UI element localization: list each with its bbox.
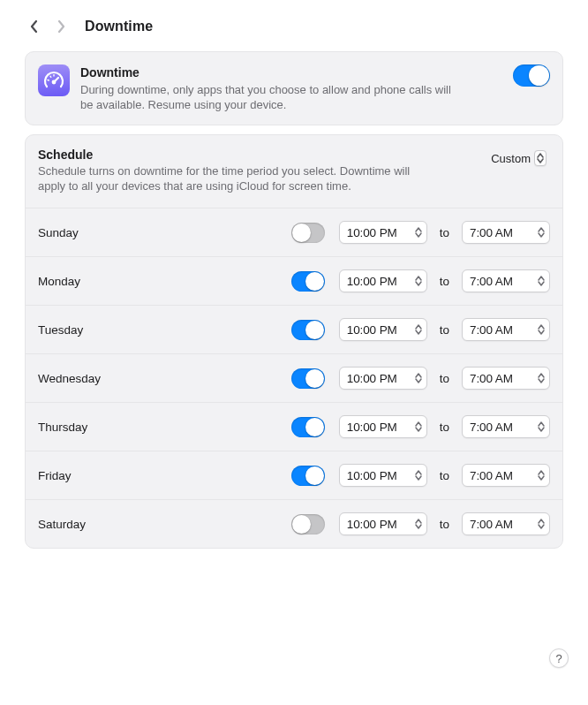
chevron-right-icon bbox=[57, 19, 65, 34]
day-label: Monday bbox=[38, 275, 80, 288]
panel-title: Downtime bbox=[80, 64, 502, 80]
help-label: ? bbox=[555, 652, 562, 665]
start-time-value: 10:00 PM bbox=[347, 518, 397, 531]
schedule-description: Schedule turns on downtime for the time … bbox=[38, 163, 418, 193]
end-time-field[interactable]: 7:00 AM bbox=[462, 415, 550, 438]
stepper-icon bbox=[413, 370, 424, 386]
downtime-master-toggle[interactable] bbox=[513, 64, 550, 87]
start-time-value: 10:00 PM bbox=[347, 275, 397, 288]
day-toggle[interactable] bbox=[291, 223, 325, 243]
panel-description: During downtime, only apps that you choo… bbox=[80, 82, 460, 112]
to-label: to bbox=[434, 275, 455, 288]
stepper-icon bbox=[413, 224, 424, 240]
to-label: to bbox=[434, 421, 455, 434]
day-row: Saturday10:00 PMto7:00 AM bbox=[26, 499, 562, 548]
end-time-value: 7:00 AM bbox=[470, 372, 513, 385]
day-label: Tuesday bbox=[38, 323, 83, 337]
start-time-field[interactable]: 10:00 PM bbox=[339, 464, 427, 487]
start-time-value: 10:00 PM bbox=[347, 226, 397, 239]
start-time-field[interactable]: 10:00 PM bbox=[339, 318, 427, 341]
to-label: to bbox=[434, 226, 455, 239]
start-time-field[interactable]: 10:00 PM bbox=[339, 367, 427, 390]
end-time-value: 7:00 AM bbox=[470, 323, 513, 337]
page-title: Downtime bbox=[85, 19, 153, 34]
day-row: Friday10:00 PMto7:00 AM bbox=[26, 451, 562, 499]
end-time-value: 7:00 AM bbox=[470, 421, 513, 434]
end-time-field[interactable]: 7:00 AM bbox=[462, 318, 550, 341]
end-time-field[interactable]: 7:00 AM bbox=[462, 464, 550, 487]
help-button[interactable]: ? bbox=[549, 648, 569, 668]
day-toggle[interactable] bbox=[291, 368, 325, 389]
back-button[interactable] bbox=[26, 16, 42, 37]
day-toggle[interactable] bbox=[291, 514, 325, 534]
day-row: Wednesday10:00 PMto7:00 AM bbox=[26, 353, 562, 402]
end-time-field[interactable]: 7:00 AM bbox=[462, 367, 550, 390]
forward-button[interactable] bbox=[53, 16, 69, 37]
start-time-field[interactable]: 10:00 PM bbox=[339, 269, 427, 292]
preferences-window: Downtime Downtime During downtime, only … bbox=[0, 0, 588, 705]
gauge-icon bbox=[43, 70, 64, 91]
start-time-value: 10:00 PM bbox=[347, 421, 397, 434]
to-label: to bbox=[434, 372, 455, 385]
end-time-value: 7:00 AM bbox=[470, 226, 513, 239]
stepper-icon bbox=[536, 322, 547, 337]
stepper-icon bbox=[536, 370, 547, 386]
stepper-icon bbox=[536, 419, 547, 435]
header: Downtime bbox=[12, 16, 576, 51]
to-label: to bbox=[434, 518, 455, 531]
day-toggle[interactable] bbox=[291, 271, 325, 292]
end-time-value: 7:00 AM bbox=[470, 518, 513, 531]
schedule-mode-select[interactable]: Custom bbox=[484, 148, 550, 169]
stepper-icon bbox=[536, 273, 547, 289]
day-toggle[interactable] bbox=[291, 466, 325, 486]
end-time-value: 7:00 AM bbox=[470, 469, 513, 482]
start-time-field[interactable]: 10:00 PM bbox=[339, 415, 427, 438]
schedule-mode-value: Custom bbox=[491, 152, 531, 165]
day-label: Sunday bbox=[38, 226, 79, 239]
stepper-icon bbox=[413, 273, 424, 289]
stepper-icon bbox=[413, 419, 424, 435]
chevron-left-icon bbox=[30, 19, 39, 34]
downtime-icon bbox=[38, 64, 70, 96]
schedule-card: Schedule Schedule turns on downtime for … bbox=[25, 134, 563, 549]
day-row: Monday10:00 PMto7:00 AM bbox=[26, 256, 562, 305]
start-time-field[interactable]: 10:00 PM bbox=[339, 512, 427, 535]
stepper-icon bbox=[536, 467, 547, 483]
svg-line-2 bbox=[48, 80, 49, 81]
day-toggle[interactable] bbox=[291, 417, 325, 437]
stepper-icon bbox=[536, 516, 547, 532]
end-time-field[interactable]: 7:00 AM bbox=[462, 512, 550, 535]
start-time-value: 10:00 PM bbox=[347, 323, 397, 337]
start-time-value: 10:00 PM bbox=[347, 469, 397, 482]
day-row: Thursday10:00 PMto7:00 AM bbox=[26, 402, 562, 451]
stepper-icon bbox=[536, 224, 547, 240]
day-label: Wednesday bbox=[38, 372, 101, 385]
start-time-value: 10:00 PM bbox=[347, 372, 397, 385]
end-time-field[interactable]: 7:00 AM bbox=[462, 269, 550, 292]
schedule-title: Schedule bbox=[38, 148, 473, 162]
stepper-icon bbox=[534, 150, 547, 166]
start-time-field[interactable]: 10:00 PM bbox=[339, 221, 427, 244]
to-label: to bbox=[434, 323, 455, 337]
day-row: Sunday10:00 PMto7:00 AM bbox=[26, 208, 562, 256]
day-toggle[interactable] bbox=[291, 320, 325, 340]
end-time-value: 7:00 AM bbox=[470, 275, 513, 288]
day-label: Friday bbox=[38, 469, 72, 482]
svg-line-1 bbox=[54, 78, 58, 82]
svg-line-3 bbox=[50, 76, 51, 77]
end-time-field[interactable]: 7:00 AM bbox=[462, 221, 550, 244]
stepper-icon bbox=[413, 322, 424, 337]
downtime-panel: Downtime During downtime, only apps that… bbox=[25, 51, 563, 125]
day-label: Thursday bbox=[38, 421, 87, 434]
stepper-icon bbox=[413, 467, 424, 483]
day-label: Saturday bbox=[38, 518, 86, 531]
to-label: to bbox=[434, 469, 455, 482]
stepper-icon bbox=[413, 516, 424, 532]
day-row: Tuesday10:00 PMto7:00 AM bbox=[26, 305, 562, 353]
